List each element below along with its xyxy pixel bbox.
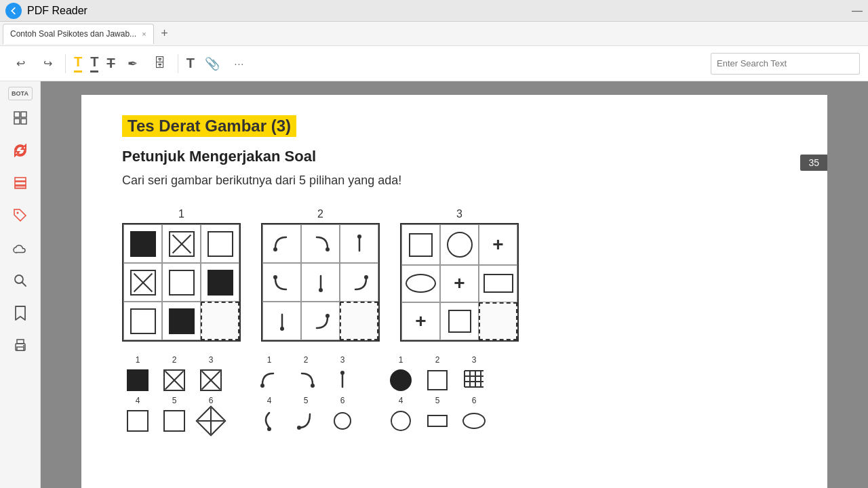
sidebar-item-sync[interactable]: [5, 136, 35, 165]
puzzle-1-cell-4: [123, 263, 162, 302]
puzzle-1-cell-2: [162, 224, 201, 263]
answer-row-3-bot: 4 5 6: [385, 396, 490, 436]
cloud-icon: [12, 240, 28, 256]
sidebar-item-tags[interactable]: [5, 201, 35, 230]
sidebar-item-layers[interactable]: [5, 168, 35, 198]
puzzle-1-cell-3: [201, 224, 239, 263]
back-button[interactable]: [5, 3, 22, 19]
more-icon: ···: [235, 58, 245, 69]
tab-pdf[interactable]: Contoh Soal Psikotes dan Jawab... ×: [3, 24, 154, 44]
svg-point-25: [326, 314, 330, 318]
svg-point-45: [463, 413, 485, 428]
sidebar-item-grid[interactable]: [5, 103, 35, 133]
puzzle-2-cell-1: [262, 224, 301, 263]
sidebar-item-search[interactable]: [5, 266, 35, 296]
ans-3-4: 4: [385, 396, 416, 436]
puzzle-1-cell-9: [201, 302, 239, 340]
puzzle-2-cell-2: [301, 224, 340, 263]
puzzle-3-cell-7: +: [401, 302, 440, 340]
puzzle-2-number: 2: [317, 208, 323, 220]
answer-row-1-bot: 4 5 6: [122, 396, 226, 436]
svg-point-27: [311, 384, 315, 388]
highlight-icon: T: [74, 54, 82, 70]
signature-button[interactable]: ✒: [121, 52, 145, 76]
svg-rect-0: [14, 112, 20, 117]
answer-set-2: 1 2 3: [254, 355, 358, 436]
puzzle-2-cell-5: [301, 263, 340, 302]
svg-rect-13: [17, 347, 24, 350]
puzzle-3-cell-8: [440, 302, 479, 340]
strikethrough-icon: T: [106, 56, 115, 71]
puzzle-1-cell-1: [123, 224, 162, 263]
puzzle-3-cell-2: [440, 224, 479, 265]
new-tab-button[interactable]: +: [157, 26, 173, 42]
ans-2-2: 2: [290, 355, 321, 396]
puzzle-3-cell-1: [401, 224, 440, 265]
puzzle-3-cell-9: [479, 302, 517, 340]
redo-button[interactable]: ↪: [35, 52, 60, 76]
search-box[interactable]: [711, 53, 860, 75]
sidebar: BOTA: [0, 81, 41, 488]
separator-1: [65, 54, 66, 73]
tab-close-button[interactable]: ×: [142, 30, 146, 38]
signature-icon: ✒: [127, 56, 138, 71]
text-strikethrough-button[interactable]: T: [104, 52, 117, 76]
ans-2-6: 6: [327, 396, 358, 436]
sync-icon: [12, 142, 28, 159]
search-input[interactable]: [717, 58, 854, 68]
sidebar-item-bookmark[interactable]: [5, 298, 35, 328]
grid-icon: [13, 110, 28, 125]
svg-point-19: [273, 275, 277, 279]
svg-rect-12: [17, 340, 24, 344]
svg-point-18: [357, 235, 361, 239]
svg-point-29: [340, 371, 344, 375]
text-underline-button[interactable]: T: [87, 52, 101, 76]
sidebar-item-print[interactable]: [5, 331, 35, 361]
puzzle-3-grid: + + +: [400, 223, 519, 342]
svg-rect-3: [21, 119, 26, 124]
puzzle-3-cell-4: [401, 265, 440, 302]
tags-icon: [12, 207, 28, 224]
svg-point-26: [260, 384, 264, 388]
pdf-content-area[interactable]: 35 Tes Derat Gambar (3) Petunjuk Mengerj…: [41, 81, 868, 488]
puzzle-2-cell-3: [340, 224, 378, 263]
puzzle-2-grid: [261, 223, 380, 342]
answer-row-3-top: 1 2 3: [385, 355, 490, 396]
tab-bar: Contoh Soal Psikotes dan Jawab... × +: [0, 22, 868, 46]
svg-rect-5: [15, 182, 26, 185]
add-text-button[interactable]: T: [184, 52, 197, 76]
sidebar-item-bota[interactable]: BOTA: [8, 87, 33, 100]
svg-rect-44: [428, 415, 447, 426]
puzzle-1-cell-5: [162, 263, 201, 302]
stamp-button[interactable]: 🗄: [148, 52, 172, 76]
minimize-button[interactable]: —: [852, 5, 863, 16]
ans-3-5: 5: [422, 396, 453, 436]
page-indicator: 35: [800, 155, 827, 171]
redo-icon: ↪: [43, 57, 52, 70]
attachment-button[interactable]: 📎: [200, 52, 224, 76]
ans-3-6: 6: [458, 396, 490, 436]
attachment-icon: 📎: [205, 56, 220, 71]
separator-2: [178, 54, 178, 73]
puzzle-1-grid: [122, 223, 241, 342]
ans-3-3: 3: [458, 355, 490, 396]
puzzle-2-cell-9: [340, 302, 378, 340]
puzzle-2: 2: [261, 208, 380, 342]
ans-1-2: 2: [159, 355, 190, 396]
text-highlight-button[interactable]: T: [71, 52, 85, 76]
puzzle-3: 3 + + +: [400, 208, 519, 342]
underline-icon: T: [90, 54, 98, 70]
svg-point-31: [297, 426, 301, 430]
ans-2-5: 5: [290, 396, 321, 436]
ans-3-1: 1: [385, 355, 416, 396]
puzzle-3-cell-3: +: [479, 224, 517, 265]
svg-rect-6: [15, 186, 26, 188]
svg-point-8: [16, 212, 18, 214]
more-button[interactable]: ···: [227, 52, 252, 76]
pdf-page: 35 Tes Derat Gambar (3) Petunjuk Mengerj…: [81, 95, 827, 488]
undo-button[interactable]: ↩: [8, 52, 33, 76]
puzzles-row: 1: [122, 208, 787, 342]
subsection-title: Petunjuk Mengerjakan Soal: [122, 148, 787, 165]
toolbar: ↩ ↪ T T T ✒ 🗄 T 📎 ···: [0, 46, 868, 81]
sidebar-item-cloud[interactable]: [5, 233, 35, 263]
